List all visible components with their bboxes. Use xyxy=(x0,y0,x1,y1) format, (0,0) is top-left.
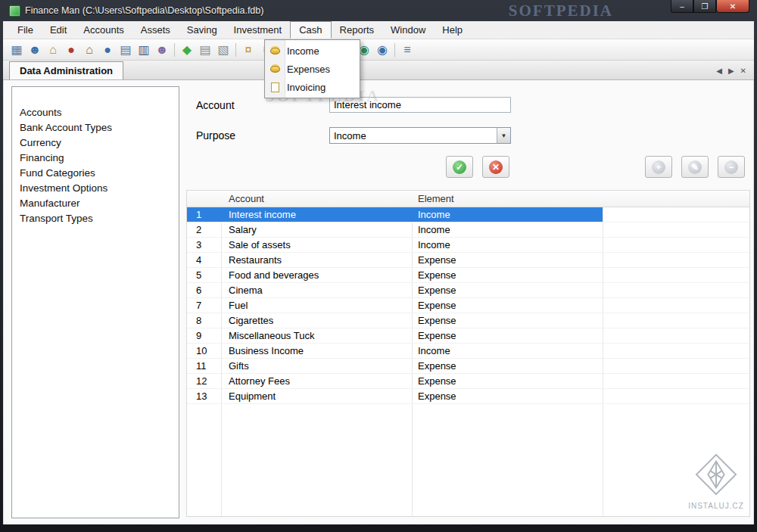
grid-body: 1Interest incomeIncome2SalaryIncome3Sale… xyxy=(187,207,749,404)
window-title: Finance Man (C:\Users\Softpedia\Desktop\… xyxy=(25,5,263,16)
menu-item-label: Expenses xyxy=(287,64,330,75)
menu-item-reports[interactable]: Reports xyxy=(332,21,383,39)
edit-button[interactable]: ✎ xyxy=(681,156,709,178)
cell-element: Expense xyxy=(412,283,603,297)
tab-next-icon[interactable]: ▶ xyxy=(728,67,734,75)
table-row[interactable]: 5Food and beveragesExpense xyxy=(187,268,749,283)
cell-index: 2 xyxy=(187,222,221,237)
cell-index: 10 xyxy=(187,344,221,358)
sidebar-item-currency[interactable]: Currency xyxy=(12,135,179,151)
menu-item-edit[interactable]: Edit xyxy=(42,21,75,39)
table-row[interactable]: 6CinemaExpense xyxy=(187,283,749,298)
home-icon[interactable]: ⌂ xyxy=(44,42,62,58)
cell-element: Income xyxy=(412,238,603,252)
table-row[interactable]: 10Business IncomeIncome xyxy=(187,344,749,359)
header-account: Account xyxy=(221,191,412,207)
table-row[interactable]: 4RestaurantsExpense xyxy=(187,253,749,268)
cash-menu-item-income[interactable]: Income xyxy=(265,42,360,60)
chevron-down-icon[interactable]: ▼ xyxy=(497,128,510,143)
cell-account: Attorney Fees xyxy=(221,374,412,388)
minimize-button[interactable]: – xyxy=(671,0,693,13)
menu-item-help[interactable]: Help xyxy=(434,21,471,39)
user-icon[interactable]: ☻ xyxy=(26,42,44,58)
table-row[interactable]: 7FuelExpense xyxy=(187,298,749,313)
cell-account: Miscellaneous Tuck xyxy=(221,328,412,343)
cell-element: Expense xyxy=(412,313,603,328)
car-icon[interactable]: ● xyxy=(62,42,80,58)
cell-account: Interest income xyxy=(221,207,412,222)
tab-close-icon[interactable]: ✕ xyxy=(740,67,746,75)
income-icon[interactable]: ¤ xyxy=(239,42,257,58)
vehicle-icon[interactable]: ● xyxy=(98,42,117,58)
sidebar-item-financing[interactable]: Financing xyxy=(12,151,179,166)
menu-item-saving[interactable]: Saving xyxy=(179,21,226,39)
main-panel: Account Purpose Income ▼ ✓ ✕ + ✎ − xyxy=(185,80,750,524)
list-icon[interactable]: ≡ xyxy=(398,42,416,58)
table-row[interactable]: 3Sale of assetsIncome xyxy=(187,238,749,253)
accounts-icon[interactable]: ▦ xyxy=(8,42,26,58)
table-row[interactable]: 13EquipmentExpense xyxy=(187,389,749,404)
table-row[interactable]: 1Interest incomeIncome xyxy=(187,207,749,222)
add-button[interactable]: + xyxy=(645,156,672,178)
table-row[interactable]: 8CigarettesExpense xyxy=(187,313,749,328)
menu-item-cash[interactable]: Cash xyxy=(290,21,331,39)
remove-button[interactable]: − xyxy=(718,156,745,178)
sidebar-item-transport-types[interactable]: Transport Types xyxy=(12,211,179,226)
cell-index: 1 xyxy=(187,207,221,222)
maximize-button[interactable]: ❐ xyxy=(693,0,716,13)
card-icon[interactable]: ▤ xyxy=(117,42,135,58)
cell-account: Gifts xyxy=(221,359,412,373)
table-row[interactable]: 9Miscellaneous TuckExpense xyxy=(187,328,749,344)
cell-account: Fuel xyxy=(221,298,412,313)
table-row[interactable]: 11GiftsExpense xyxy=(187,359,749,374)
instaluj-watermark: INSTALUJ.CZ xyxy=(680,451,752,510)
menu-item-assets[interactable]: Assets xyxy=(132,21,179,39)
app-icon xyxy=(9,5,20,17)
sidebar-item-fund-categories[interactable]: Fund Categories xyxy=(12,166,179,181)
report-icon[interactable]: ▧ xyxy=(214,42,232,58)
cell-index: 4 xyxy=(187,253,221,267)
sidebar-list: AccountsBank Account TypesCurrencyFinanc… xyxy=(11,86,179,518)
tab-data-administration[interactable]: Data Administration xyxy=(9,61,123,79)
table-row[interactable]: 12Attorney FeesExpense xyxy=(187,374,749,389)
contact-icon[interactable]: ☻ xyxy=(153,42,171,58)
sidebar-item-accounts[interactable]: Accounts xyxy=(12,105,179,120)
menu-item-accounts[interactable]: Accounts xyxy=(75,21,132,39)
menu-item-window[interactable]: Window xyxy=(382,21,434,39)
app-window: Finance Man (C:\Users\Softpedia\Desktop\… xyxy=(0,0,757,532)
monitor-icon[interactable]: ▥ xyxy=(135,42,153,58)
menu-item-file[interactable]: File xyxy=(9,21,42,39)
cell-index: 12 xyxy=(187,374,221,388)
cell-element: Expense xyxy=(412,374,603,388)
accounts-table: Account Element 1Interest incomeIncome2S… xyxy=(186,190,750,517)
titlebar-watermark: SOFTPEDIA xyxy=(509,2,613,20)
close-button[interactable]: ✕ xyxy=(716,0,749,13)
cash-menu-item-invoicing[interactable]: Invoicing xyxy=(265,78,360,96)
cell-index: 8 xyxy=(187,313,221,328)
cancel-button[interactable]: ✕ xyxy=(482,156,509,178)
gem-icon[interactable]: ◆ xyxy=(178,42,196,58)
menu-item-investment[interactable]: Investment xyxy=(226,21,291,39)
menubar: FileEditAccountsAssetsSavingInvestmentCa… xyxy=(3,21,754,39)
menu-item-label: Income xyxy=(287,45,319,57)
estate-icon[interactable]: ⌂ xyxy=(80,42,98,58)
purpose-select[interactable]: Income ▼ xyxy=(329,127,511,144)
invoice-icon xyxy=(271,82,279,92)
cell-index: 9 xyxy=(187,328,221,343)
confirm-button[interactable]: ✓ xyxy=(446,156,473,178)
toolbar-separator xyxy=(394,43,395,57)
invoice-icon xyxy=(269,82,281,92)
web-icon[interactable]: ◉ xyxy=(373,42,391,58)
sidebar-item-manufacturer[interactable]: Manufacturer xyxy=(12,196,179,211)
cell-index: 5 xyxy=(187,268,221,282)
cell-account: Cigarettes xyxy=(221,313,412,328)
table-row[interactable]: 2SalaryIncome xyxy=(187,222,749,238)
sidebar-item-investment-options[interactable]: Investment Options xyxy=(12,181,179,196)
cell-account: Cinema xyxy=(221,283,412,297)
printer-icon[interactable]: ▤ xyxy=(196,42,214,58)
pencil-icon: ✎ xyxy=(688,160,702,174)
sidebar-item-bank-account-types[interactable]: Bank Account Types xyxy=(12,120,179,135)
cash-menu-item-expenses[interactable]: Expenses xyxy=(265,60,360,78)
tab-prev-icon[interactable]: ◀ xyxy=(716,67,722,75)
cell-index: 7 xyxy=(187,298,221,313)
